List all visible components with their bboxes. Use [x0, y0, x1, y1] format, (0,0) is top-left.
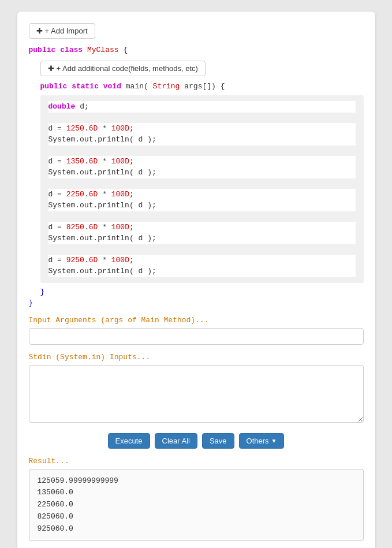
- keyword-class: class: [60, 46, 83, 54]
- code-line-6: System.out.println( d );: [48, 200, 356, 211]
- add-code-button[interactable]: ✚ + Add additional code(fields, methods,…: [40, 61, 206, 76]
- code-line-5: d = 2250.6D * 100D;: [48, 189, 356, 200]
- class-declaration: public class MyClass {: [29, 44, 364, 56]
- result-line-2: 135060.0: [38, 487, 355, 499]
- plus-icon: ✚: [36, 27, 43, 35]
- class-name: MyClass: [87, 46, 119, 54]
- result-line-4: 825060.0: [38, 511, 355, 523]
- stdin-textarea[interactable]: [29, 365, 364, 423]
- keyword-public: public: [29, 46, 56, 54]
- code-line-9: d = 9250.6D * 100D;: [48, 255, 356, 266]
- result-line-3: 225060.0: [38, 499, 355, 511]
- input-args-field[interactable]: [29, 328, 364, 345]
- var-decl-line: double d;: [48, 101, 356, 113]
- inner-closing-brace: }: [40, 286, 364, 298]
- add-import-label: + Add Import: [45, 27, 88, 35]
- result-line-1: 125059.99999999999: [38, 475, 355, 487]
- input-args-label: Input Arguments (args of Main Method)...: [29, 316, 364, 325]
- code-line-4: System.out.println( d );: [48, 167, 356, 178]
- outer-closing-brace: }: [29, 297, 364, 309]
- main-card: ✚ + Add Import public class MyClass { ✚ …: [17, 12, 375, 548]
- add-code-label: + Add additional code(fields, methods, e…: [57, 64, 198, 73]
- code-block: double d; d = 1250.6D * 100D; System.out…: [40, 95, 364, 283]
- others-label: Others: [247, 437, 269, 445]
- add-import-button[interactable]: ✚ + Add Import: [29, 23, 95, 39]
- code-line-7: d = 8250.6D * 100D;: [48, 222, 356, 233]
- result-label: Result...: [29, 457, 364, 465]
- result-box: 125059.99999999999 135060.0 225060.0 825…: [29, 469, 364, 542]
- clear-all-button[interactable]: Clear All: [155, 433, 197, 449]
- code-line-10: System.out.println( d );: [48, 266, 356, 277]
- code-line-1: d = 1250.6D * 100D;: [48, 123, 356, 135]
- save-button[interactable]: Save: [202, 433, 234, 449]
- result-line-5: 925060.0: [38, 523, 355, 535]
- execute-button[interactable]: Execute: [108, 433, 150, 449]
- chevron-down-icon: ▼: [271, 438, 277, 444]
- stdin-label: Stdin (System.in) Inputs...: [29, 353, 364, 361]
- plus-icon-2: ✚: [48, 64, 54, 73]
- action-buttons: Execute Clear All Save Others ▼: [29, 433, 364, 449]
- others-button[interactable]: Others ▼: [239, 433, 285, 449]
- code-line-8: System.out.println( d );: [48, 233, 356, 244]
- main-method-declaration: public static void main( String args[]) …: [40, 81, 364, 92]
- code-line-2: System.out.println( d );: [48, 134, 356, 146]
- code-line-3: d = 1350.6D * 100D;: [48, 156, 356, 167]
